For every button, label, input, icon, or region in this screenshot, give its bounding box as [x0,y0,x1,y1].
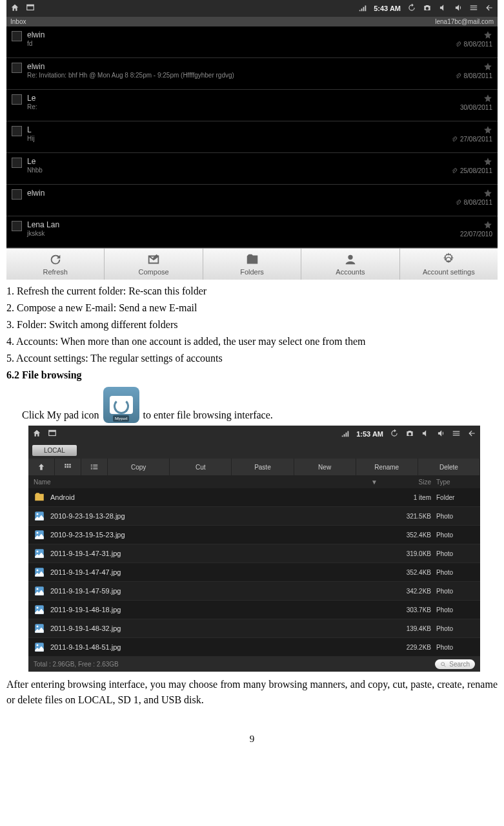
checkbox[interactable] [12,221,22,231]
toolbar-compose[interactable]: Compose [105,249,203,280]
home-icon[interactable] [32,429,41,439]
toolbar-folders[interactable]: Folders [203,249,301,280]
star-icon[interactable] [483,125,492,134]
star-icon[interactable] [483,30,492,39]
date: 8/08/2011 [464,72,493,79]
email-item[interactable]: elwin8/08/2011 [6,185,498,216]
file-name: 2011-9-19-1-47-47.jpg [50,568,379,576]
checkbox[interactable] [12,126,22,136]
action-copy[interactable]: Copy [108,459,170,475]
back-icon[interactable] [467,429,476,439]
file-row[interactable]: 2011-9-19-1-47-31.jpg319.0KBPhoto [28,544,480,563]
camera-icon[interactable] [423,3,432,14]
file-type: Photo [431,625,475,632]
home-icon[interactable] [10,3,19,14]
refresh-icon[interactable] [407,3,416,14]
svg-point-13 [37,532,39,534]
file-row[interactable]: 2011-9-19-1-47-59.jpg342.2KBPhoto [28,582,480,601]
svg-rect-7 [65,466,66,468]
svg-rect-8 [67,466,68,468]
instruction-item: 1. Refresh the current folder: Re-scan t… [6,284,498,299]
svg-rect-6 [69,464,70,465]
header-type[interactable]: Type [431,479,475,486]
file-row[interactable]: 2011-9-19-1-48-18.jpg303.7KBPhoto [28,601,480,619]
email-item[interactable]: LeRe:30/08/2011 [6,90,498,121]
file-type: Photo [431,644,475,651]
photo-icon [34,623,45,634]
menu-icon[interactable] [452,429,461,439]
back-icon[interactable] [485,3,494,14]
window-icon[interactable] [48,429,57,439]
photo-icon [34,604,45,615]
toolbar-accounts[interactable]: Accounts [301,249,399,280]
svg-rect-9 [69,466,70,468]
photo-icon [34,529,45,541]
svg-point-26 [441,662,445,665]
list-icon[interactable] [81,459,108,475]
file-row[interactable]: 2011-9-19-1-48-32.jpg139.4KBPhoto [28,619,480,638]
toolbar-account-settings[interactable]: Account settings [400,249,498,280]
sender: elwin [27,189,455,198]
header-size[interactable]: Size [379,479,431,486]
checkbox[interactable] [12,189,22,200]
volume-up-icon[interactable] [454,3,463,14]
camera-icon[interactable] [405,429,414,439]
search-input[interactable]: Search [435,659,475,669]
star-icon[interactable] [483,62,492,71]
file-row[interactable]: 2011-9-19-1-48-51.jpg229.2KBPhoto [28,638,480,657]
star-icon[interactable] [483,189,492,198]
email-item[interactable]: elwinRe: Invitation: bhf Hh @ Mon Aug 8 … [6,58,498,90]
header-name[interactable]: Name [34,479,369,486]
photo-icon [34,641,45,653]
file-row[interactable]: 2010-9-23-19-15-23.jpg352.4KBPhoto [28,526,480,544]
email-list: elwinfd8/08/2011elwinRe: Invitation: bhf… [6,26,498,248]
file-headers: Name ▼ Size Type [28,476,480,488]
action-paste[interactable]: Paste [232,459,294,475]
checkbox[interactable] [12,31,22,41]
checkbox[interactable] [12,94,22,105]
photo-icon [34,566,45,578]
action-rename[interactable]: Rename [356,459,418,475]
star-icon[interactable] [483,94,492,103]
volume-down-icon[interactable] [421,429,430,439]
grid-icon[interactable] [55,459,81,475]
attachment-icon [455,200,461,206]
checkbox[interactable] [12,63,22,73]
star-icon[interactable] [483,157,492,166]
email-item[interactable]: LHij27/08/2011 [6,121,498,153]
email-item[interactable]: Lena Lanjksksk22/07/2010 [6,216,498,248]
star-icon[interactable] [483,220,492,229]
email-item[interactable]: elwinfd8/08/2011 [6,26,498,58]
email-item[interactable]: LeNhbb25/08/2011 [6,153,498,185]
action-new[interactable]: New [294,459,356,475]
subject: jksksk [27,230,460,237]
volume-down-icon[interactable] [438,3,447,14]
svg-point-23 [37,626,39,628]
file-type: Folder [431,494,475,501]
tab-local[interactable]: LOCAL [32,445,77,456]
file-row[interactable]: Android1 itemFolder [28,488,480,507]
section-heading: 6.2 File browsing [6,367,498,383]
file-name: 2011-9-19-1-47-31.jpg [50,550,379,557]
window-icon[interactable] [26,3,35,14]
signal-icon [341,429,350,439]
volume-up-icon[interactable] [436,429,445,439]
date: 22/07/2010 [460,231,492,238]
menu-icon[interactable] [469,3,478,14]
file-size: 303.7KB [379,606,431,614]
file-row[interactable]: 2011-9-19-1-47-47.jpg352.4KBPhoto [28,563,480,582]
file-name: 2011-9-19-1-48-32.jpg [50,625,379,632]
file-row[interactable]: 2010-9-23-19-13-28.jpg321.5KBPhoto [28,507,480,526]
checkbox[interactable] [12,158,22,168]
refresh-icon[interactable] [390,429,399,439]
action-cut[interactable]: Cut [170,459,232,475]
action-delete[interactable]: Delete [418,459,480,475]
sort-icon[interactable]: ▼ [369,479,379,486]
file-type: Photo [431,532,475,539]
file-name: 2010-9-23-19-15-23.jpg [50,531,379,539]
svg-rect-5 [67,464,68,465]
photo-icon [34,585,45,597]
svg-rect-3 [49,430,56,431]
toolbar-refresh[interactable]: Refresh [6,249,105,280]
up-icon[interactable] [28,459,55,475]
